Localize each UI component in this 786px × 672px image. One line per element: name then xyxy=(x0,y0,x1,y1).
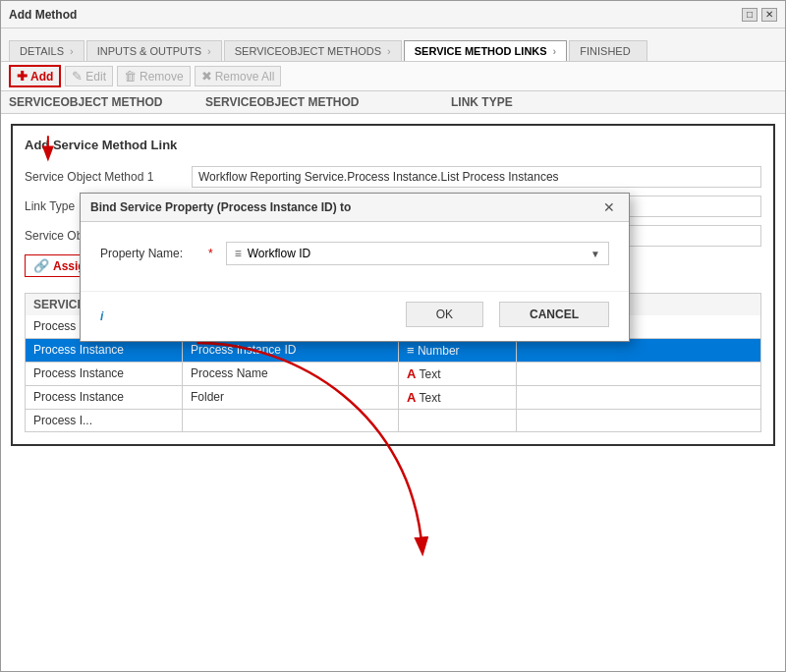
window-title: Add Method xyxy=(9,8,77,22)
toolbar: ✚ Add ✎ Edit 🗑 Remove ✖ Remove All xyxy=(1,62,785,91)
info-icon: i xyxy=(100,305,103,325)
table-row[interactable]: Process Instance Folder A Text xyxy=(25,386,761,410)
remove-button[interactable]: 🗑 Remove xyxy=(117,66,191,86)
required-star: * xyxy=(208,247,213,260)
select-value-container: ≡ Workflow ID xyxy=(235,247,310,260)
inner-panel-title: Add Service Method Link xyxy=(25,138,761,152)
row-property-name xyxy=(183,410,399,431)
edit-label: Edit xyxy=(85,70,106,84)
add-label: Add xyxy=(30,70,53,84)
row-service-object: Process Instance xyxy=(26,339,183,362)
chevron-down-icon: ▼ xyxy=(590,249,600,259)
remove-all-button[interactable]: ✖ Remove All xyxy=(195,66,282,86)
table-row[interactable]: Process Instance Process Instance ID ≡ N… xyxy=(25,339,761,363)
remove-icon: 🗑 xyxy=(124,69,137,84)
window-controls: □ ✕ xyxy=(742,8,777,22)
row-service-object: Process Instance xyxy=(26,363,183,385)
list-icon: ≡ xyxy=(235,247,242,260)
main-window: Add Method □ ✕ DETAILS INPUTS & OUTPUTS … xyxy=(0,0,786,672)
property-name-select[interactable]: ≡ Workflow ID ▼ xyxy=(226,242,609,265)
edit-icon: ✎ xyxy=(72,69,83,84)
type-icon: A xyxy=(407,390,416,405)
remove-all-icon: ✖ xyxy=(201,69,212,84)
add-button[interactable]: ✚ Add xyxy=(9,65,61,87)
tab-details[interactable]: DETAILS xyxy=(9,40,84,61)
bind-dialog: Bind Service Property (Process Instance … xyxy=(80,193,630,342)
col-header-1: SERVICEOBJECT METHOD xyxy=(9,95,205,109)
form-row-1: Service Object Method 1 Workflow Reporti… xyxy=(25,166,761,188)
close-button[interactable]: ✕ xyxy=(761,8,777,22)
select-value-text: Workflow ID xyxy=(248,247,310,260)
row-type xyxy=(399,410,517,431)
row-property-name: Folder xyxy=(183,386,399,409)
tabs-bar: DETAILS INPUTS & OUTPUTS SERVICEOBJECT M… xyxy=(1,28,785,62)
form-label-1: Service Object Method 1 xyxy=(25,170,182,184)
type-icon: ≡ xyxy=(407,343,415,358)
title-bar: Add Method □ ✕ xyxy=(1,1,785,28)
minimize-button[interactable]: □ xyxy=(742,8,758,22)
row-bound-to xyxy=(517,386,760,409)
col-header-3: LINK TYPE xyxy=(451,95,777,109)
cancel-button[interactable]: CANCEL xyxy=(499,302,609,327)
table-row[interactable]: Process I... xyxy=(25,410,761,432)
property-name-label: Property Name: xyxy=(100,247,198,260)
dialog-title: Bind Service Property (Process Instance … xyxy=(90,200,351,214)
row-service-object: Process Instance xyxy=(26,386,183,409)
tab-inputs-outputs[interactable]: INPUTS & OUTPUTS xyxy=(86,40,222,61)
remove-all-label: Remove All xyxy=(215,70,275,84)
row-property-name: Process Instance ID xyxy=(183,339,399,362)
remove-label: Remove xyxy=(140,70,184,84)
row-type: ≡ Number xyxy=(399,339,517,362)
main-content: Add Service Method Link Service Object M… xyxy=(1,114,785,671)
table-row[interactable]: Process Instance Process Name A Text xyxy=(25,363,761,386)
dialog-form-row: Property Name: * ≡ Workflow ID ▼ xyxy=(100,242,609,265)
edit-button[interactable]: ✎ Edit xyxy=(65,66,113,86)
tab-finished[interactable]: FINISHED xyxy=(569,40,646,61)
form-value-1: Workflow Reporting Service.Process Insta… xyxy=(192,166,761,188)
ok-button[interactable]: OK xyxy=(406,302,483,327)
dialog-header: Bind Service Property (Process Instance … xyxy=(81,194,629,222)
row-bound-to xyxy=(517,339,760,362)
row-property-name: Process Name xyxy=(183,363,399,385)
row-type: A Text xyxy=(399,386,517,409)
row-service-object: Process I... xyxy=(26,410,183,431)
assign-icon: 🔗 xyxy=(33,258,49,273)
tab-serviceobject-methods[interactable]: SERVICEOBJECT METHODS xyxy=(224,40,402,61)
row-bound-to xyxy=(517,410,760,431)
dialog-footer: i OK CANCEL xyxy=(81,291,629,341)
tab-service-method-links[interactable]: SERVICE METHOD LINKS xyxy=(404,40,568,61)
type-icon: A xyxy=(407,366,416,381)
row-bound-to xyxy=(517,363,760,385)
dialog-body: Property Name: * ≡ Workflow ID ▼ xyxy=(81,222,629,291)
dialog-close-button[interactable]: ✕ xyxy=(599,199,619,215)
col-headers: SERVICEOBJECT METHOD SERVICEOBJECT METHO… xyxy=(1,91,785,114)
row-type: A Text xyxy=(399,363,517,385)
add-icon: ✚ xyxy=(17,69,28,84)
col-header-2: SERVICEOBJECT METHOD xyxy=(205,95,451,109)
